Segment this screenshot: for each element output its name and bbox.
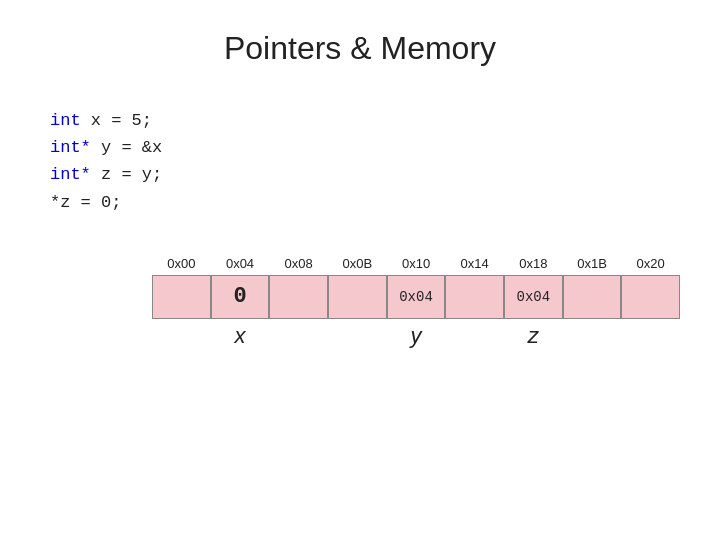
mem-cell-6: 0x04 [504,275,563,319]
var-label-4: y [387,323,446,349]
code-rest-1: x = 5; [81,111,152,130]
mem-cell-7 [563,275,622,319]
mem-cell-1: 0 [211,275,270,319]
code-line-2: int* y = &x [50,134,680,161]
var-label-2 [269,323,328,349]
keyword-3: int* [50,165,91,184]
code-rest-3: z = y; [91,165,162,184]
variable-labels-row: x y z [152,323,680,349]
var-label-6: z [504,323,563,349]
mem-cell-8 [621,275,680,319]
keyword-2: int* [50,138,91,157]
addr-4: 0x10 [387,256,446,271]
mem-cell-4: 0x04 [387,275,446,319]
page: Pointers & Memory int x = 5; int* y = &x… [0,0,720,540]
mem-cell-3 [328,275,387,319]
var-label-7 [563,323,622,349]
addr-7: 0x1B [563,256,622,271]
mem-cell-2 [269,275,328,319]
code-line-1: int x = 5; [50,107,680,134]
code-rest-4: *z = 0; [50,193,121,212]
var-label-5 [445,323,504,349]
code-rest-2: y = &x [91,138,162,157]
addr-2: 0x08 [269,256,328,271]
addr-0: 0x00 [152,256,211,271]
var-label-0 [152,323,211,349]
addr-8: 0x20 [621,256,680,271]
code-line-4: *z = 0; [50,189,680,216]
memory-cells-row: 0 0x04 0x04 [100,275,680,319]
addr-3: 0x0B [328,256,387,271]
page-title: Pointers & Memory [40,30,680,67]
var-label-1: x [211,323,270,349]
addr-5: 0x14 [445,256,504,271]
addr-1: 0x04 [211,256,270,271]
code-line-3: int* z = y; [50,161,680,188]
code-block: int x = 5; int* y = &x int* z = y; *z = … [50,107,680,216]
memory-section: 0x00 0x04 0x08 0x0B 0x10 0x14 0x18 0x1B … [100,256,680,349]
address-row: 0x00 0x04 0x08 0x0B 0x10 0x14 0x18 0x1B … [152,256,680,271]
addr-6: 0x18 [504,256,563,271]
keyword-1: int [50,111,81,130]
var-label-8 [621,323,680,349]
mem-cell-0 [152,275,211,319]
var-label-3 [328,323,387,349]
mem-cell-5 [445,275,504,319]
